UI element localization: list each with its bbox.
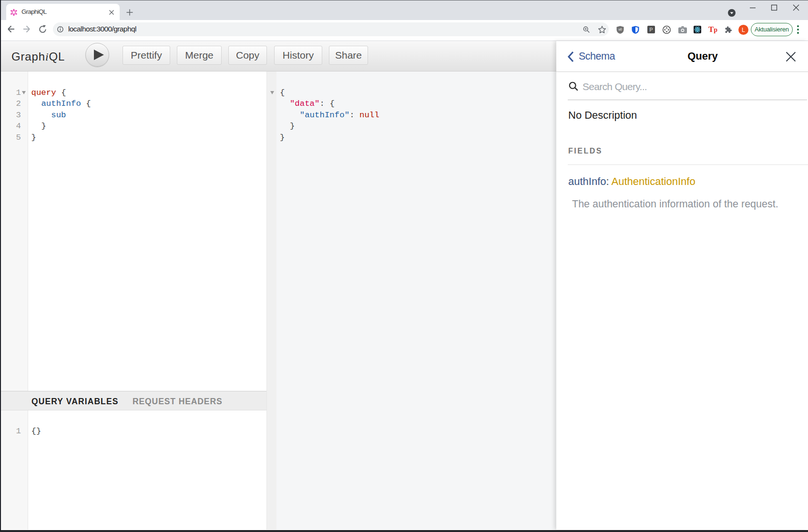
svg-text:L: L [742,27,745,33]
svg-text:P: P [649,27,653,32]
svg-text:u0: u0 [618,28,622,31]
